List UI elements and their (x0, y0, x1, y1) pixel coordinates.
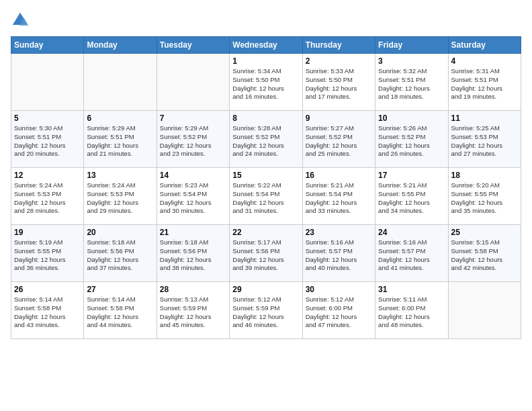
day-number: 14 (160, 171, 226, 180)
day-number: 9 (306, 113, 372, 123)
day-info: Sunrise: 5:19 AM Sunset: 5:55 PM Dayligh… (14, 238, 81, 273)
calendar-cell: 29Sunrise: 5:12 AM Sunset: 5:59 PM Dayli… (230, 282, 302, 339)
day-info: Sunrise: 5:22 AM Sunset: 5:54 PM Dayligh… (232, 181, 299, 216)
day-info: Sunrise: 5:16 AM Sunset: 5:57 PM Dayligh… (306, 238, 372, 273)
day-number: 18 (451, 171, 518, 180)
weekday-header: Wednesday (230, 37, 302, 54)
day-number: 4 (451, 56, 518, 66)
calendar-cell: 25Sunrise: 5:15 AM Sunset: 5:58 PM Dayli… (448, 225, 521, 282)
day-number: 23 (306, 228, 372, 237)
day-info: Sunrise: 5:12 AM Sunset: 6:00 PM Dayligh… (306, 295, 372, 330)
calendar-cell: 17Sunrise: 5:21 AM Sunset: 5:55 PM Dayli… (375, 168, 448, 225)
calendar-cell: 22Sunrise: 5:17 AM Sunset: 5:56 PM Dayli… (230, 225, 302, 282)
weekday-header: Saturday (448, 37, 521, 54)
calendar-table: SundayMondayTuesdayWednesdayThursdayFrid… (11, 36, 521, 339)
day-number: 27 (87, 285, 153, 294)
day-number: 28 (160, 285, 226, 294)
day-number: 3 (378, 56, 445, 66)
day-info: Sunrise: 5:15 AM Sunset: 5:58 PM Dayligh… (451, 238, 518, 273)
calendar-cell (84, 54, 157, 111)
calendar-cell: 6Sunrise: 5:29 AM Sunset: 5:51 PM Daylig… (84, 111, 157, 168)
day-info: Sunrise: 5:27 AM Sunset: 5:52 PM Dayligh… (306, 124, 372, 158)
calendar-cell: 30Sunrise: 5:12 AM Sunset: 6:00 PM Dayli… (302, 282, 375, 339)
calendar-cell: 27Sunrise: 5:14 AM Sunset: 5:58 PM Dayli… (84, 282, 157, 339)
weekday-header: Tuesday (157, 37, 229, 54)
day-number: 25 (451, 228, 518, 237)
calendar-cell: 11Sunrise: 5:25 AM Sunset: 5:53 PM Dayli… (448, 111, 521, 168)
day-info: Sunrise: 5:24 AM Sunset: 5:53 PM Dayligh… (87, 181, 153, 216)
day-info: Sunrise: 5:34 AM Sunset: 5:50 PM Dayligh… (232, 67, 299, 101)
calendar-cell: 16Sunrise: 5:21 AM Sunset: 5:54 PM Dayli… (302, 168, 375, 225)
calendar-cell (157, 54, 229, 111)
calendar-cell: 13Sunrise: 5:24 AM Sunset: 5:53 PM Dayli… (84, 168, 157, 225)
day-number: 2 (306, 56, 372, 66)
calendar-cell: 14Sunrise: 5:23 AM Sunset: 5:54 PM Dayli… (157, 168, 229, 225)
weekday-header: Thursday (302, 37, 375, 54)
day-info: Sunrise: 5:14 AM Sunset: 5:58 PM Dayligh… (87, 295, 153, 330)
day-number: 10 (378, 113, 445, 123)
day-info: Sunrise: 5:32 AM Sunset: 5:51 PM Dayligh… (378, 67, 445, 101)
weekday-header: Sunday (11, 37, 84, 54)
day-info: Sunrise: 5:24 AM Sunset: 5:53 PM Dayligh… (14, 181, 81, 216)
calendar-cell: 10Sunrise: 5:26 AM Sunset: 5:52 PM Dayli… (375, 111, 448, 168)
calendar-cell: 2Sunrise: 5:33 AM Sunset: 5:50 PM Daylig… (302, 54, 375, 111)
day-number: 1 (232, 56, 299, 66)
day-info: Sunrise: 5:18 AM Sunset: 5:56 PM Dayligh… (87, 238, 153, 273)
day-info: Sunrise: 5:23 AM Sunset: 5:54 PM Dayligh… (160, 181, 226, 216)
calendar-cell: 5Sunrise: 5:30 AM Sunset: 5:51 PM Daylig… (11, 111, 84, 168)
day-info: Sunrise: 5:20 AM Sunset: 5:55 PM Dayligh… (451, 181, 518, 216)
calendar-cell: 19Sunrise: 5:19 AM Sunset: 5:55 PM Dayli… (11, 225, 84, 282)
day-number: 13 (87, 171, 153, 180)
page-header (11, 11, 521, 30)
day-info: Sunrise: 5:17 AM Sunset: 5:56 PM Dayligh… (232, 238, 299, 273)
weekday-header: Friday (375, 37, 448, 54)
day-number: 20 (87, 228, 153, 237)
logo (11, 11, 32, 30)
day-number: 31 (378, 285, 445, 294)
day-number: 6 (87, 113, 153, 123)
day-info: Sunrise: 5:11 AM Sunset: 6:00 PM Dayligh… (378, 295, 445, 330)
weekday-header: Monday (84, 37, 157, 54)
calendar-cell: 12Sunrise: 5:24 AM Sunset: 5:53 PM Dayli… (11, 168, 84, 225)
day-number: 16 (306, 171, 372, 180)
calendar-cell: 24Sunrise: 5:16 AM Sunset: 5:57 PM Dayli… (375, 225, 448, 282)
day-info: Sunrise: 5:26 AM Sunset: 5:52 PM Dayligh… (378, 124, 445, 158)
calendar-cell: 9Sunrise: 5:27 AM Sunset: 5:52 PM Daylig… (302, 111, 375, 168)
calendar-cell (11, 54, 84, 111)
day-number: 26 (14, 285, 81, 294)
day-number: 15 (232, 171, 299, 180)
day-number: 19 (14, 228, 81, 237)
day-info: Sunrise: 5:29 AM Sunset: 5:51 PM Dayligh… (87, 124, 153, 158)
calendar-cell: 26Sunrise: 5:14 AM Sunset: 5:58 PM Dayli… (11, 282, 84, 339)
day-info: Sunrise: 5:14 AM Sunset: 5:58 PM Dayligh… (14, 295, 81, 330)
day-info: Sunrise: 5:21 AM Sunset: 5:54 PM Dayligh… (306, 181, 372, 216)
calendar-cell: 18Sunrise: 5:20 AM Sunset: 5:55 PM Dayli… (448, 168, 521, 225)
day-info: Sunrise: 5:31 AM Sunset: 5:51 PM Dayligh… (451, 67, 518, 101)
day-info: Sunrise: 5:25 AM Sunset: 5:53 PM Dayligh… (451, 124, 518, 158)
calendar-cell: 31Sunrise: 5:11 AM Sunset: 6:00 PM Dayli… (375, 282, 448, 339)
calendar-cell: 23Sunrise: 5:16 AM Sunset: 5:57 PM Dayli… (302, 225, 375, 282)
day-number: 24 (378, 228, 445, 237)
calendar-cell: 1Sunrise: 5:34 AM Sunset: 5:50 PM Daylig… (230, 54, 302, 111)
logo-icon (11, 11, 30, 30)
calendar-cell: 4Sunrise: 5:31 AM Sunset: 5:51 PM Daylig… (448, 54, 521, 111)
day-number: 21 (160, 228, 226, 237)
day-info: Sunrise: 5:16 AM Sunset: 5:57 PM Dayligh… (378, 238, 445, 273)
day-info: Sunrise: 5:18 AM Sunset: 5:56 PM Dayligh… (160, 238, 226, 273)
calendar-cell (448, 282, 521, 339)
day-number: 11 (451, 113, 518, 123)
day-info: Sunrise: 5:13 AM Sunset: 5:59 PM Dayligh… (160, 295, 226, 330)
calendar-cell: 3Sunrise: 5:32 AM Sunset: 5:51 PM Daylig… (375, 54, 448, 111)
day-number: 12 (14, 171, 81, 180)
day-info: Sunrise: 5:30 AM Sunset: 5:51 PM Dayligh… (14, 124, 81, 158)
day-number: 8 (232, 113, 299, 123)
day-number: 17 (378, 171, 445, 180)
calendar-cell: 21Sunrise: 5:18 AM Sunset: 5:56 PM Dayli… (157, 225, 229, 282)
day-info: Sunrise: 5:28 AM Sunset: 5:52 PM Dayligh… (232, 124, 299, 158)
calendar-cell: 28Sunrise: 5:13 AM Sunset: 5:59 PM Dayli… (157, 282, 229, 339)
day-info: Sunrise: 5:12 AM Sunset: 5:59 PM Dayligh… (232, 295, 299, 330)
calendar-cell: 15Sunrise: 5:22 AM Sunset: 5:54 PM Dayli… (230, 168, 302, 225)
day-info: Sunrise: 5:21 AM Sunset: 5:55 PM Dayligh… (378, 181, 445, 216)
day-number: 7 (160, 113, 226, 123)
day-number: 29 (232, 285, 299, 294)
